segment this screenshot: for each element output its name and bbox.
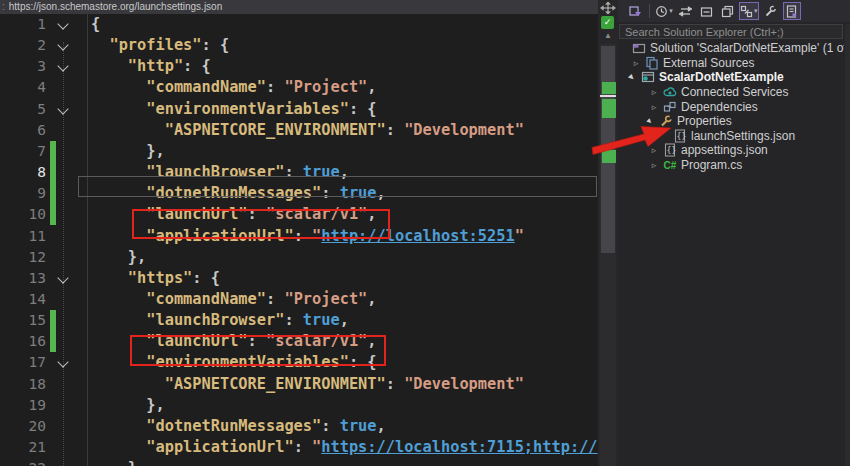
code-line[interactable]: {	[91, 14, 598, 35]
fold-chevron-icon[interactable]	[57, 39, 68, 50]
change-mark	[602, 99, 616, 118]
code-token: "Project"	[284, 290, 367, 308]
collapse-all-icon[interactable]	[697, 2, 715, 20]
toolbar-separator	[649, 4, 650, 18]
fold-chevron-icon[interactable]	[57, 103, 68, 114]
tree-item-scalardotnetexample[interactable]: ▸ScalarDotNetExample	[618, 70, 844, 85]
code-token: :	[321, 417, 339, 435]
code-token: ,	[367, 78, 376, 96]
code-token: "ASPNETCORE_ENVIRONMENT"	[165, 375, 386, 393]
pending-changes-filter-icon[interactable]: ▾	[655, 2, 673, 20]
editor-gutter[interactable]: 12345678910111213141516171819202122	[0, 14, 88, 466]
scrollbar-track[interactable]	[600, 44, 616, 466]
fold-chevron-icon[interactable]	[57, 272, 68, 283]
dropdown-caret-icon[interactable]: ▾	[754, 7, 758, 15]
fold-chevron-icon[interactable]	[57, 61, 68, 72]
code-line[interactable]: "commandName": "Project",	[91, 77, 598, 98]
switch-views-icon[interactable]	[626, 2, 644, 20]
panel-scrollbar[interactable]	[845, 24, 850, 466]
expand-arrow-icon[interactable]: ▹	[628, 58, 644, 68]
tree-item-label: Program.cs	[681, 158, 742, 172]
code-token	[91, 438, 146, 456]
dropdown-caret-icon[interactable]: ▾	[669, 7, 673, 15]
editor-scrollbar[interactable]: ✓ ▲	[598, 0, 618, 466]
tree-item-label: launchSettings.json	[691, 129, 795, 143]
code-lines[interactable]: { "profiles": { "http": { "commandName":…	[91, 14, 598, 466]
code-token	[91, 269, 128, 287]
code-line[interactable]: "ASPNETCORE_ENVIRONMENT": "Development"	[91, 120, 598, 141]
code-token: },	[128, 248, 146, 266]
code-token: :	[386, 375, 404, 393]
code-token: {	[91, 15, 100, 33]
code-line[interactable]: "launchBrowser": true,	[91, 310, 598, 331]
expand-arrow-icon[interactable]: ▹	[646, 87, 662, 97]
code-line[interactable]: },	[91, 395, 598, 416]
line-number: 15	[0, 310, 46, 331]
code-token	[91, 417, 146, 435]
tree-item-label: ScalarDotNetExample	[659, 70, 784, 84]
change-bar	[50, 310, 56, 352]
scroll-up-arrow[interactable]: ▲	[602, 31, 614, 41]
tree-item-solution-scalardotnetexample-1-of-1-project[interactable]: Solution 'ScalarDotNetExample' (1 of 1 p…	[618, 41, 844, 56]
code-token: "environmentVariables"	[146, 100, 349, 118]
code-line[interactable]: "environmentVariables": {	[91, 99, 598, 120]
code-token	[91, 311, 146, 329]
tree-item-label: Solution 'ScalarDotNetExample' (1 of 1 p…	[650, 41, 844, 55]
code-line[interactable]: "profiles": {	[91, 35, 598, 56]
change-bar	[50, 141, 56, 226]
code-token: :	[266, 290, 284, 308]
line-number: 16	[0, 331, 46, 352]
code-token: "ASPNETCORE_ENVIRONMENT"	[165, 121, 386, 139]
code-line[interactable]: "ASPNETCORE_ENVIRONMENT": "Development"	[91, 374, 598, 395]
code-token	[91, 396, 146, 414]
code-token	[91, 57, 128, 75]
external-icon	[644, 56, 660, 70]
document-health-icon: ✓	[601, 16, 614, 29]
expand-arrow-icon[interactable]: ▹	[646, 102, 662, 112]
code-token	[91, 78, 146, 96]
code-line[interactable]: },	[91, 141, 598, 162]
line-number: 18	[0, 374, 46, 395]
code-token: ,	[377, 417, 386, 435]
code-line[interactable]: "https": {	[91, 268, 598, 289]
code-token	[91, 248, 128, 266]
sync-icon[interactable]	[676, 2, 694, 20]
solution-explorer-panel: ▾▾ Solution 'ScalarDotNetExample' (1 of …	[618, 0, 850, 466]
project-icon	[640, 70, 656, 84]
code-line[interactable]: "http": {	[91, 56, 598, 77]
fold-chevron-icon[interactable]	[57, 18, 68, 29]
search-solution-explorer-input[interactable]	[619, 24, 843, 39]
expand-arrow-icon[interactable]: ▹	[646, 160, 662, 170]
dependencies-icon	[662, 100, 678, 114]
tree-item-label: Connected Services	[681, 85, 788, 99]
line-number: 3	[0, 56, 46, 77]
code-link[interactable]: https://localhost:7115;http://	[321, 438, 597, 456]
code-line[interactable]: },	[91, 247, 598, 268]
code-editor[interactable]: 12345678910111213141516171819202122 { "p…	[0, 14, 598, 466]
preview-selected-items-icon[interactable]	[718, 2, 736, 20]
fold-chevron-icon[interactable]	[57, 357, 68, 368]
tree-item-external-sources[interactable]: ▹External Sources	[618, 56, 844, 71]
code-token: "launchBrowser"	[146, 311, 284, 329]
sync-with-active-document-icon[interactable]: ▾	[739, 2, 759, 20]
properties-icon[interactable]	[783, 2, 801, 20]
json-schema-bar[interactable]: :https://json.schemastore.org/launchsett…	[0, 0, 598, 14]
line-number: 19	[0, 395, 46, 416]
code-line[interactable]: "applicationUrl": "https://localhost:711…	[91, 437, 598, 458]
line-number: 13	[0, 268, 46, 289]
tree-item-connected-services[interactable]: ▹Connected Services	[618, 85, 844, 100]
tree-item-dependencies[interactable]: ▹Dependencies	[618, 99, 844, 114]
wrench-icon[interactable]	[762, 2, 780, 20]
code-token	[91, 290, 146, 308]
line-number: 5	[0, 99, 46, 120]
code-token: "dotnetRunMessages"	[146, 417, 321, 435]
code-line[interactable]: "commandName": "Project",	[91, 289, 598, 310]
code-token	[91, 121, 165, 139]
code-line[interactable]: }	[91, 458, 598, 466]
line-number: 2	[0, 35, 46, 56]
tree-item-label: External Sources	[663, 56, 754, 70]
schema-url: https://json.schemastore.org/launchsetti…	[9, 1, 222, 12]
splitter-handle-icon[interactable]	[600, 2, 616, 14]
line-number: 8	[0, 162, 46, 183]
code-line[interactable]: "dotnetRunMessages": true,	[91, 416, 598, 437]
